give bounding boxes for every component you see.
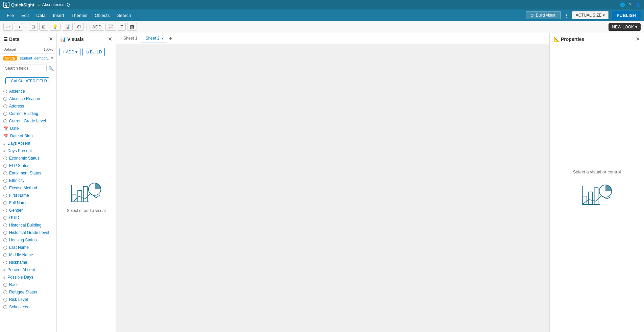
dimension-field-icon	[3, 305, 7, 309]
more-options-icon[interactable]: ⋮	[564, 13, 569, 18]
field-name: Date of Birth	[10, 134, 33, 138]
field-name: Excuse Method	[9, 186, 37, 190]
add-button[interactable]: ADD	[90, 23, 104, 31]
visuals-panel-header: 📊 Visuals ✕	[57, 33, 116, 45]
add-visual-button[interactable]: + ADD ▾	[59, 48, 80, 56]
menu-data[interactable]: Data	[33, 11, 49, 19]
menu-edit[interactable]: Edit	[18, 11, 32, 19]
field-item[interactable]: Enrollment Status	[0, 169, 56, 177]
add-sheet-button[interactable]: +	[167, 35, 174, 42]
visuals-panel-close[interactable]: ✕	[108, 36, 112, 42]
help-icon[interactable]: ?	[629, 2, 631, 7]
build-visual-button[interactable]: ⊙ Build visual	[526, 11, 561, 19]
field-item[interactable]: #Days Present	[0, 147, 56, 155]
image-icon: 🖼	[130, 24, 134, 29]
field-item[interactable]: Ethnicity	[0, 177, 56, 184]
menu-objects[interactable]: Objects	[91, 11, 113, 19]
field-name: Race	[9, 282, 19, 287]
menu-search[interactable]: Search	[114, 11, 134, 19]
image-button[interactable]: 🖼	[127, 23, 137, 31]
field-item[interactable]: Full Name	[0, 199, 56, 207]
menu-insert[interactable]: Insert	[50, 11, 68, 19]
data-panel-close[interactable]: ✕	[49, 36, 53, 42]
field-name: Ethnicity	[9, 178, 24, 183]
publish-button[interactable]: PUBLISH	[612, 11, 641, 20]
globe-icon[interactable]: 🌐	[620, 2, 625, 7]
new-look-button[interactable]: NEW LOOK ▾	[609, 23, 641, 31]
field-item[interactable]: Address	[0, 102, 56, 110]
field-item[interactable]: Housing Status	[0, 236, 56, 244]
visual-placeholder-text: Select or add a visual	[67, 208, 106, 213]
dimension-field-icon	[3, 119, 7, 123]
dimension-field-icon	[3, 179, 7, 183]
text-button[interactable]: T	[118, 23, 126, 31]
dimension-field-icon	[3, 201, 7, 205]
field-item[interactable]: ELP Status	[0, 162, 56, 169]
field-item[interactable]: Nickname	[0, 259, 56, 266]
field-item[interactable]: Risk Level	[0, 296, 56, 303]
visual-placeholder: Select or add a visual	[57, 59, 116, 332]
build-visual-panel-button[interactable]: ⊙ BUILD	[82, 48, 105, 56]
calculated-field-button[interactable]: + CALCULATED FIELD	[5, 77, 49, 84]
field-item[interactable]: Current Building	[0, 110, 56, 117]
filter-button[interactable]: ⊟	[29, 23, 38, 31]
toolbar-left: ↩ ↪ ⊟ ⊞ 💡 📊 ⏱ ADD 📈 T 🖼	[3, 23, 137, 31]
line-chart-button[interactable]: 📈	[105, 23, 116, 31]
field-item[interactable]: Absence	[0, 88, 56, 95]
field-item[interactable]: Current Grade Level	[0, 117, 56, 125]
field-item[interactable]: #Percent Absent	[0, 266, 56, 274]
undo-icon: ↩	[6, 24, 10, 29]
field-item[interactable]: Race	[0, 281, 56, 288]
field-name: Address	[9, 104, 24, 109]
dimension-field-icon	[3, 97, 7, 101]
field-item[interactable]: Middle Name	[0, 251, 56, 259]
field-item[interactable]: Last Name	[0, 244, 56, 251]
data-panel-header: ☰ Data ✕	[0, 33, 56, 45]
dataset-name-row[interactable]: SPICE student_demograp... ▾	[0, 54, 56, 63]
search-input[interactable]	[3, 65, 47, 72]
actual-size-button[interactable]: ACTUAL SIZE ▾	[572, 11, 609, 19]
field-item[interactable]: School Year	[0, 303, 56, 311]
field-item[interactable]: Historical Building	[0, 221, 56, 229]
menu-file[interactable]: File	[3, 11, 17, 19]
dimension-field-icon	[3, 209, 7, 212]
field-name: Historical Building	[9, 223, 41, 228]
field-item[interactable]: Historical Grade Level	[0, 229, 56, 236]
sheet-tab-2[interactable]: Sheet 2 ▾	[141, 34, 167, 43]
field-item[interactable]: Gender	[0, 207, 56, 214]
text-icon: T	[120, 24, 123, 29]
undo-button[interactable]: ↩	[3, 23, 13, 31]
field-name: Last Name	[9, 245, 29, 250]
dimension-field-icon	[3, 104, 7, 108]
data-panel: ☰ Data ✕ Dataset 100% SPICE student_demo…	[0, 33, 57, 332]
build-icon: ⊙	[86, 50, 89, 54]
star-icon[interactable]: ☆	[37, 2, 41, 7]
insights-button[interactable]: 💡	[50, 23, 61, 31]
toolbar-divider-2	[87, 24, 87, 30]
field-item[interactable]: #Days Absent	[0, 140, 56, 147]
search-icon: 🔍	[48, 66, 54, 71]
field-item[interactable]: 📅Date of Birth	[0, 132, 56, 140]
field-item[interactable]: GUID	[0, 214, 56, 221]
layout-button[interactable]: ⊞	[39, 23, 48, 31]
field-item[interactable]: #Possible Days	[0, 274, 56, 281]
user-icon[interactable]: 👤	[636, 2, 641, 7]
field-item[interactable]: Economic Status	[0, 155, 56, 162]
properties-panel: 📐 Properties ✕ Select a visual or contro…	[549, 33, 644, 332]
sheet-tab-1[interactable]: Sheet 1	[119, 34, 141, 43]
visuals-icon: 📊	[60, 37, 66, 42]
menu-themes[interactable]: Themes	[68, 11, 91, 19]
redo-button[interactable]: ↪	[14, 23, 23, 31]
field-item[interactable]: 📅Date	[0, 125, 56, 132]
chart-type-button[interactable]: 📊	[62, 23, 73, 31]
field-item[interactable]: Excuse Method	[0, 184, 56, 192]
dataset-chevron: ▾	[51, 56, 53, 61]
field-item[interactable]: First Name	[0, 192, 56, 199]
clock-button[interactable]: ⏱	[74, 23, 84, 31]
add-build-row: + ADD ▾ ⊙ BUILD	[57, 45, 116, 59]
field-name: Current Building	[9, 111, 38, 116]
sheet-tab-chevron[interactable]: ▾	[162, 37, 163, 40]
field-item[interactable]: Refugee Status	[0, 288, 56, 296]
field-item[interactable]: Absence Reason	[0, 95, 56, 102]
properties-panel-close[interactable]: ✕	[636, 36, 640, 42]
